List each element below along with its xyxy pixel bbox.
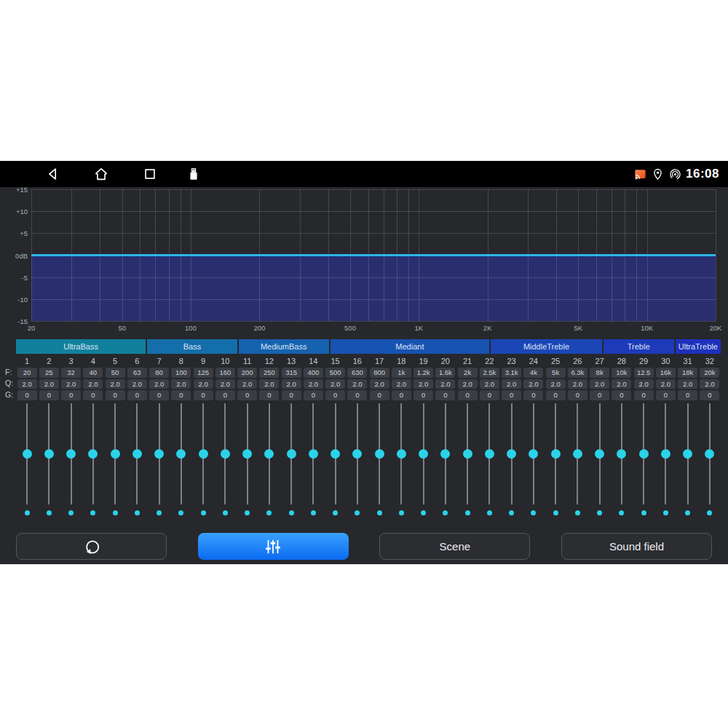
gain-slider-knob[interactable]	[352, 449, 362, 459]
scene-button[interactable]: Scene	[379, 533, 530, 560]
band-group-bass[interactable]: Bass	[147, 339, 237, 354]
gain-slider[interactable]	[258, 403, 280, 505]
gain-slider[interactable]	[368, 403, 390, 505]
gain-slider-knob[interactable]	[44, 449, 54, 459]
gain-slider[interactable]	[104, 403, 126, 505]
gain-slider[interactable]	[149, 403, 170, 505]
gain-slider[interactable]	[38, 403, 60, 505]
reset-button[interactable]	[16, 533, 167, 560]
q-value: 2.0	[194, 379, 213, 389]
gain-slider[interactable]	[501, 403, 523, 505]
gain-slider-knob[interactable]	[309, 449, 318, 459]
gain-slider-knob[interactable]	[287, 449, 296, 459]
freq-value: 100	[171, 368, 191, 378]
gain-slider-knob[interactable]	[595, 449, 604, 459]
gain-slider-knob[interactable]	[683, 449, 692, 459]
gain-slider[interactable]	[302, 403, 324, 505]
gain-slider[interactable]	[611, 403, 633, 505]
band-group-label: UltraTreble	[678, 342, 718, 351]
sound-field-button[interactable]: Sound field	[561, 533, 712, 560]
h-gridline	[31, 233, 716, 234]
gain-slider[interactable]	[16, 403, 38, 505]
gain-slider-knob[interactable]	[88, 449, 98, 459]
gain-slider-knob[interactable]	[440, 449, 450, 459]
band-channels: 1202.002252.003322.004402.005502.006632.…	[16, 356, 721, 531]
band-indicator-dot	[531, 510, 536, 515]
band-number: 17	[375, 356, 384, 366]
gain-slider-knob[interactable]	[661, 449, 670, 459]
gain-slider[interactable]	[390, 403, 412, 505]
band-column-16: 166302.00	[347, 356, 368, 531]
gain-slider-knob[interactable]	[485, 449, 494, 459]
gain-slider[interactable]	[589, 403, 611, 505]
gain-slider-knob[interactable]	[617, 449, 626, 459]
gain-slider-knob[interactable]	[242, 449, 252, 459]
gain-slider[interactable]	[545, 403, 566, 505]
back-icon[interactable]	[45, 166, 61, 182]
gain-slider-knob[interactable]	[463, 449, 472, 459]
gain-slider-knob[interactable]	[705, 449, 714, 459]
gain-slider-knob[interactable]	[23, 449, 32, 459]
gain-slider-knob[interactable]	[132, 449, 142, 459]
gain-value: 0	[678, 390, 697, 400]
gain-slider-knob[interactable]	[221, 449, 230, 459]
gain-slider-knob[interactable]	[573, 449, 582, 459]
gain-slider-knob[interactable]	[639, 449, 649, 459]
gain-slider[interactable]	[413, 403, 435, 505]
band-group-treble[interactable]: Treble	[604, 339, 674, 354]
freq-value: 25	[39, 368, 59, 378]
recents-icon[interactable]	[142, 166, 158, 182]
gain-slider-knob[interactable]	[529, 449, 538, 459]
gain-slider-knob[interactable]	[199, 449, 208, 459]
home-icon[interactable]	[93, 166, 109, 182]
eq-response-curve	[31, 254, 716, 256]
gain-slider-knob[interactable]	[507, 449, 516, 459]
gain-slider[interactable]	[478, 403, 500, 505]
gain-slider-knob[interactable]	[264, 449, 274, 459]
gain-slider[interactable]	[566, 403, 588, 505]
equalizer-button[interactable]	[198, 533, 349, 560]
band-number: 29	[639, 356, 648, 366]
band-indicator-dot	[201, 510, 206, 515]
gain-slider-knob[interactable]	[154, 449, 164, 459]
gain-slider-knob[interactable]	[66, 449, 76, 459]
gain-slider-knob[interactable]	[419, 449, 428, 459]
q-value: 2.0	[700, 379, 719, 389]
gain-slider-knob[interactable]	[111, 449, 120, 459]
y-axis-label: +5	[0, 229, 28, 237]
usb-drive-icon[interactable]	[186, 166, 202, 182]
gain-slider-knob[interactable]	[375, 449, 384, 459]
gain-slider[interactable]	[280, 403, 302, 505]
gain-value: 0	[546, 390, 566, 400]
gain-slider[interactable]	[325, 403, 347, 505]
gain-value: 0	[127, 390, 147, 400]
gain-slider[interactable]	[237, 403, 258, 505]
gain-slider-knob[interactable]	[331, 449, 340, 459]
gain-slider[interactable]	[170, 403, 192, 505]
band-group-mediumbass[interactable]: MediumBass	[239, 339, 329, 354]
gain-slider[interactable]	[456, 403, 478, 505]
gain-slider[interactable]	[633, 403, 654, 505]
gain-slider[interactable]	[126, 403, 148, 505]
q-value: 2.0	[282, 379, 301, 389]
gain-slider-knob[interactable]	[551, 449, 561, 459]
band-group-middletreble[interactable]: MiddleTreble	[491, 339, 601, 354]
band-number: 10	[221, 356, 229, 366]
gain-slider[interactable]	[435, 403, 456, 505]
q-value: 2.0	[414, 379, 433, 389]
gain-slider[interactable]	[60, 403, 82, 505]
gain-slider[interactable]	[523, 403, 545, 505]
gain-slider[interactable]	[699, 403, 721, 505]
gain-slider-knob[interactable]	[397, 449, 406, 459]
band-group-mediant[interactable]: Mediant	[331, 339, 490, 354]
gain-slider[interactable]	[654, 403, 676, 505]
gain-slider[interactable]	[347, 403, 368, 505]
gain-slider-knob[interactable]	[176, 449, 186, 459]
gain-slider[interactable]	[214, 403, 236, 505]
gain-slider[interactable]	[677, 403, 699, 505]
band-column-5: 5502.00	[104, 356, 126, 531]
gain-slider[interactable]	[82, 403, 104, 505]
band-group-ultrabass[interactable]: UltraBass	[16, 339, 146, 354]
band-group-ultratreble[interactable]: UltraTreble	[676, 339, 721, 354]
gain-slider[interactable]	[192, 403, 214, 505]
